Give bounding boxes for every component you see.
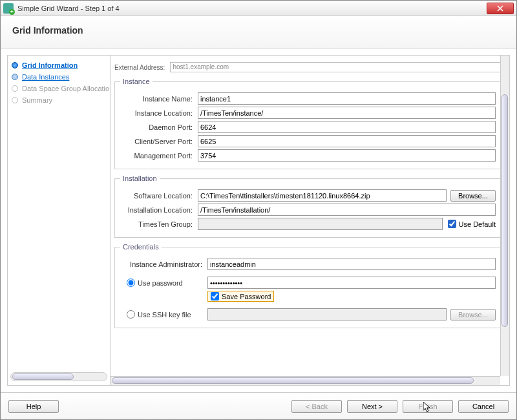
scroll-thumb[interactable]	[501, 94, 508, 327]
scroll-thumb[interactable]	[112, 377, 474, 384]
instance-location-input[interactable]	[198, 107, 496, 119]
password-input[interactable]	[207, 277, 496, 289]
cancel-button[interactable]: Cancel	[458, 400, 509, 413]
titlebar: Simple Grid Wizard - Step 1 of 4	[1, 1, 516, 16]
mgmt-port-input[interactable]	[198, 149, 496, 162]
credentials-legend: Credentials	[120, 243, 162, 251]
step-dot-icon	[12, 62, 18, 68]
cs-port-label: Client/Server Port:	[120, 138, 198, 145]
software-location-label: Software Location:	[120, 192, 198, 200]
app-icon	[3, 3, 14, 14]
save-password-checkbox[interactable]	[211, 292, 219, 300]
instance-name-input[interactable]	[198, 92, 496, 105]
instance-legend: Instance	[120, 78, 153, 85]
close-icon	[497, 5, 503, 12]
close-button[interactable]	[487, 3, 514, 14]
save-password-label: Save Password	[222, 293, 271, 300]
finish-button: Finish	[403, 400, 453, 413]
install-location-label: Installation Location:	[120, 206, 198, 214]
daemon-port-label: Daemon Port:	[120, 123, 198, 131]
step-summary: Summary	[10, 94, 107, 106]
use-default-checkbox[interactable]	[448, 220, 456, 228]
wizard-window: Simple Grid Wizard - Step 1 of 4 Grid In…	[0, 0, 517, 420]
wizard-header: Grid Information	[1, 16, 516, 48]
software-browse-button[interactable]: Browse...	[450, 190, 496, 202]
scroll-thumb[interactable]	[12, 373, 74, 380]
page-title: Grid Information	[12, 25, 505, 36]
step-dot-icon	[12, 85, 18, 92]
use-ssh-label: Use SSH key file	[138, 311, 191, 319]
step-dot-icon	[12, 97, 18, 103]
form-content: External Address: host1.example.com Inst…	[111, 56, 509, 385]
main-hscroll[interactable]	[111, 376, 500, 385]
ssh-browse-button: Browse...	[450, 309, 496, 320]
instance-location-label: Instance Location:	[120, 109, 198, 117]
ssh-file-input	[207, 308, 447, 320]
wizard-footer: Help < Back Next > Finish Cancel	[1, 392, 516, 419]
external-address-label: External Address:	[114, 64, 165, 71]
use-ssh-radio[interactable]	[127, 310, 135, 319]
next-button[interactable]: Next >	[347, 400, 397, 413]
admin-label: Instance Administrator:	[120, 260, 207, 268]
back-button: < Back	[291, 400, 342, 413]
instance-name-label: Instance Name:	[120, 95, 198, 103]
external-address-row: External Address: host1.example.com	[114, 62, 501, 72]
sidebar-hscroll[interactable]	[10, 372, 107, 381]
steps-sidebar: Grid Information Data Instances Data Spa…	[7, 55, 111, 386]
software-location-input[interactable]	[198, 189, 447, 202]
main-vscroll[interactable]	[500, 56, 509, 376]
timesten-group-input	[198, 218, 443, 230]
step-dot-icon	[12, 74, 18, 80]
instance-fieldset: Instance Instance Name: Instance Locatio…	[114, 78, 501, 169]
wizard-body: Grid Information Data Instances Data Spa…	[1, 48, 516, 392]
use-password-radio[interactable]	[127, 278, 135, 287]
installation-fieldset: Installation Software Location:Browse...…	[114, 174, 501, 238]
step-grid-information[interactable]: Grid Information	[10, 59, 107, 71]
external-address-value: host1.example.com	[170, 62, 501, 72]
step-data-space-group: Data Space Group Allocation	[10, 83, 107, 94]
help-button[interactable]: Help	[8, 400, 59, 413]
window-title: Simple Grid Wizard - Step 1 of 4	[17, 5, 487, 12]
daemon-port-input[interactable]	[198, 121, 496, 133]
admin-input[interactable]	[207, 258, 496, 270]
cs-port-input[interactable]	[198, 135, 496, 147]
main-panel: External Address: host1.example.com Inst…	[111, 55, 510, 386]
step-data-instances[interactable]: Data Instances	[10, 71, 107, 83]
installation-legend: Installation	[120, 174, 160, 182]
mgmt-port-label: Management Port:	[120, 152, 198, 160]
use-password-label: Use password	[138, 279, 183, 287]
use-default-label: Use Default	[459, 220, 496, 228]
install-location-input[interactable]	[198, 204, 496, 216]
credentials-fieldset: Credentials Instance Administrator: Use …	[114, 243, 501, 328]
timesten-group-label: TimesTen Group:	[120, 220, 198, 228]
